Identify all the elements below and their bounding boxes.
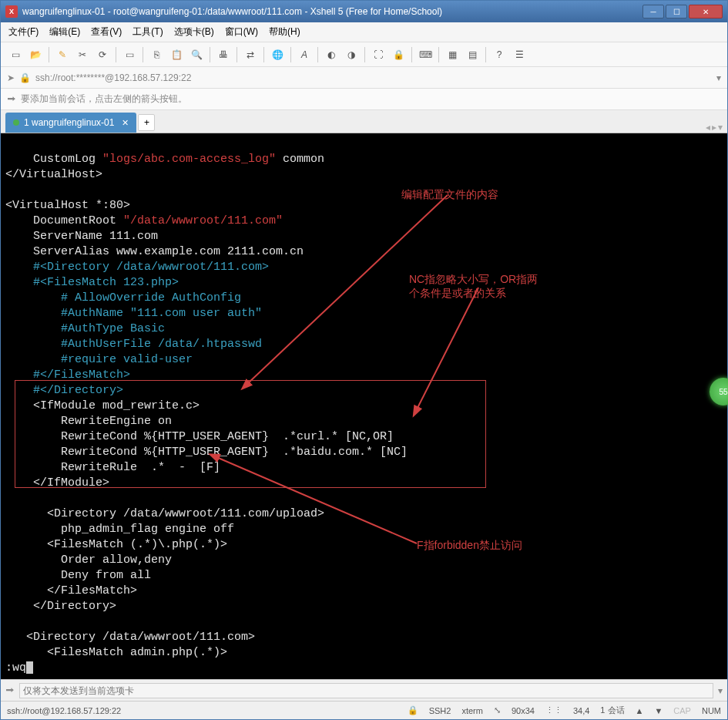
tab-label: 1 wangruifenglinux-01 bbox=[24, 117, 114, 128]
find-icon[interactable]: 🔍 bbox=[188, 46, 205, 63]
color-icon[interactable]: ◐ bbox=[323, 46, 340, 63]
status-bar: ssh://root@192.168.57.129:22 🔒 SSH2 xter… bbox=[1, 701, 727, 719]
properties-icon[interactable]: ▭ bbox=[121, 46, 138, 63]
status-term: xterm bbox=[461, 706, 483, 715]
close-button[interactable]: ✕ bbox=[689, 5, 723, 19]
toggle-icon[interactable]: ▾ bbox=[718, 685, 723, 696]
send-icon[interactable]: ⮕ bbox=[5, 685, 15, 696]
status-dot-icon bbox=[13, 119, 19, 126]
help-icon[interactable]: ? bbox=[491, 46, 508, 63]
address-bar: ➤ 🔒 ssh://root:********@192.168.57.129:2… bbox=[1, 67, 727, 89]
tab-close-icon[interactable]: ✕ bbox=[122, 118, 129, 128]
arrow-3 bbox=[1, 133, 540, 573]
hint-arrow-icon[interactable]: ⮕ bbox=[7, 94, 16, 105]
transfer-icon[interactable]: ⇄ bbox=[242, 46, 259, 63]
globe-icon[interactable]: 🌐 bbox=[269, 46, 286, 63]
address-text[interactable]: ssh://root:********@192.168.57.129:22 bbox=[35, 72, 712, 83]
tile-icon[interactable]: ▤ bbox=[464, 46, 481, 63]
title-bar: X wangruifenglinux-01 - root@wangruifeng… bbox=[1, 1, 727, 22]
lock-icon: 🔒 bbox=[408, 705, 418, 715]
dropdown-icon[interactable]: ▾ bbox=[716, 72, 721, 83]
connect-icon[interactable]: ✎ bbox=[54, 46, 71, 63]
add-tab-button[interactable]: + bbox=[138, 114, 155, 131]
tab-next-icon[interactable]: ▸ bbox=[712, 122, 716, 133]
menu-tools[interactable]: 工具(T) bbox=[133, 25, 163, 39]
terminal[interactable]: CustomLog "logs/abc.com-access_log" comm… bbox=[1, 133, 727, 679]
status-cap: CAP bbox=[673, 706, 691, 715]
app-icon: X bbox=[5, 5, 18, 18]
about-icon[interactable]: ☰ bbox=[511, 46, 528, 63]
status-ssh: SSH2 bbox=[429, 706, 451, 715]
vim-command: :wq bbox=[5, 661, 26, 675]
status-address: ssh://root@192.168.57.129:22 bbox=[7, 706, 121, 715]
reconnect-icon[interactable]: ⟳ bbox=[94, 46, 111, 63]
menu-tab[interactable]: 选项卡(B) bbox=[174, 25, 214, 39]
status-size: 90x34 bbox=[512, 706, 535, 715]
svg-line-2 bbox=[216, 457, 417, 543]
paste-icon[interactable]: 📋 bbox=[168, 46, 185, 63]
status-sess: 1 会话 bbox=[600, 705, 624, 716]
cursor bbox=[26, 661, 33, 674]
copy-icon[interactable]: ⎘ bbox=[148, 46, 165, 63]
lock-icon[interactable]: 🔒 bbox=[390, 46, 407, 63]
keyboard-icon[interactable]: ⌨ bbox=[417, 46, 434, 63]
compose-input[interactable] bbox=[19, 683, 713, 698]
hint-bar: ⮕ 要添加当前会话，点击左侧的箭头按钮。 bbox=[1, 89, 727, 110]
font-icon[interactable]: A bbox=[296, 46, 313, 63]
disconnect-icon[interactable]: ✂ bbox=[74, 46, 91, 63]
tab-bar: 1 wangruifenglinux-01 ✕ + ◂ ▸ ▾ bbox=[1, 110, 727, 133]
fullscreen-icon[interactable]: ⛶ bbox=[370, 46, 387, 63]
menu-bar: 文件(F) 编辑(E) 查看(V) 工具(T) 选项卡(B) 窗口(W) 帮助(… bbox=[1, 22, 727, 42]
menu-edit[interactable]: 编辑(E) bbox=[49, 25, 80, 39]
scheme-icon[interactable]: ◑ bbox=[343, 46, 360, 63]
menu-help[interactable]: 帮助(H) bbox=[269, 25, 300, 39]
up-arrow-icon[interactable]: ▲ bbox=[636, 706, 644, 715]
tab-prev-icon[interactable]: ◂ bbox=[706, 122, 710, 133]
down-arrow-icon[interactable]: ▼ bbox=[654, 706, 663, 715]
menu-window[interactable]: 窗口(W) bbox=[225, 25, 258, 39]
session-tab[interactable]: 1 wangruifenglinux-01 ✕ bbox=[5, 113, 136, 133]
layout-icon[interactable]: ▦ bbox=[444, 46, 461, 63]
status-pos: 34,4 bbox=[573, 706, 589, 715]
grid-icon: ⋮⋮ bbox=[545, 705, 562, 715]
minimize-button[interactable]: ─ bbox=[642, 5, 664, 19]
lock-icon: 🔒 bbox=[19, 72, 31, 83]
status-num: NUM bbox=[702, 706, 721, 715]
resize-icon: ⤡ bbox=[494, 705, 501, 715]
menu-view[interactable]: 查看(V) bbox=[91, 25, 122, 39]
print-icon[interactable]: 🖶 bbox=[215, 46, 232, 63]
window-title: wangruifenglinux-01 - root@wangruifeng-0… bbox=[22, 6, 641, 17]
tab-menu-icon[interactable]: ▾ bbox=[718, 122, 723, 133]
maximize-button[interactable]: ☐ bbox=[666, 5, 687, 19]
hint-text: 要添加当前会话，点击左侧的箭头按钮。 bbox=[21, 93, 187, 106]
addr-arrow-icon[interactable]: ➤ bbox=[7, 72, 15, 83]
compose-bar: ⮕ ▾ bbox=[1, 679, 727, 701]
open-icon[interactable]: 📂 bbox=[27, 46, 44, 63]
new-icon[interactable]: ▭ bbox=[7, 46, 24, 63]
toolbar: ▭ 📂 ✎ ✂ ⟳ ▭ ⎘ 📋 🔍 🖶 ⇄ 🌐 A ◐ ◑ ⛶ 🔒 ⌨ ▦ ▤ … bbox=[1, 42, 727, 67]
menu-file[interactable]: 文件(F) bbox=[8, 25, 39, 39]
